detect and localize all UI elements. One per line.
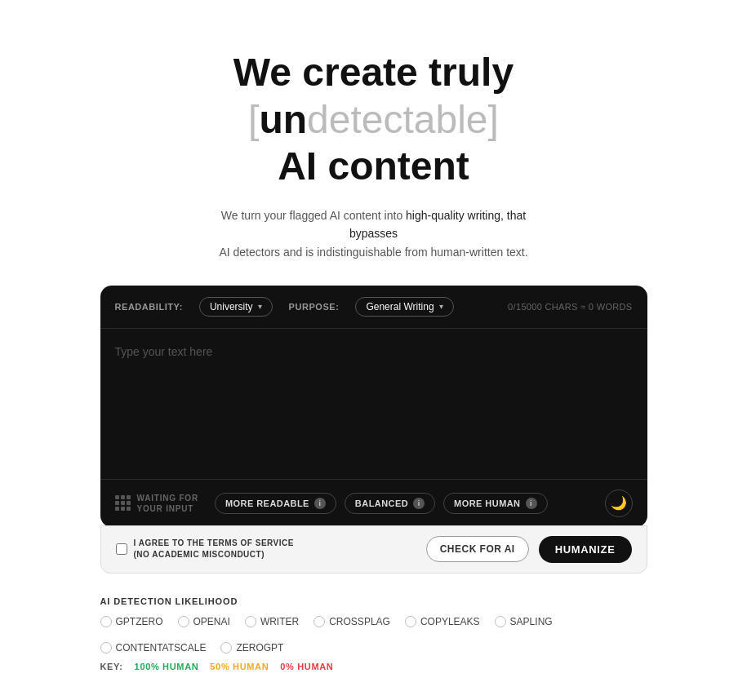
mode-balanced-button[interactable]: BALANCED i: [345, 493, 435, 514]
detector-circle-writer: [245, 616, 256, 627]
bracket-close: ]: [488, 98, 499, 141]
terms-check: I AGREE TO THE TERMS OF SERVICE (NO ACAD…: [116, 538, 416, 560]
detector-name-gptzero: GPTZERO: [116, 616, 163, 627]
grid-icon: [115, 495, 131, 511]
detector-name-copyleaks: COPYLEAKS: [420, 616, 480, 627]
hero-line3: AI content: [233, 143, 514, 190]
detector-name-contentatscale: CONTENTATSCALE: [116, 642, 207, 653]
detector-contentatscale: CONTENTATSCALE: [100, 642, 207, 653]
detector-copyleaks: COPYLEAKS: [405, 616, 480, 627]
detector-name-writer: WRITER: [260, 616, 299, 627]
info-icon-balanced: i: [413, 498, 425, 509]
readability-dropdown[interactable]: University: [199, 297, 273, 317]
mode-readable-button[interactable]: MORE READABLE i: [215, 493, 336, 514]
detector-name-sapling: SAPLING: [510, 616, 553, 627]
key-50-human: 50% HUMAN: [210, 662, 269, 671]
detector-circle-sapling: [495, 616, 506, 627]
detector-crossplag: CROSSPLAG: [313, 616, 390, 627]
hero-subtitle: We turn your flagged AI content into hig…: [211, 206, 537, 261]
detector-circle-zerogpt: [220, 642, 232, 653]
detector-circle-gptzero: [100, 616, 112, 627]
purpose-label: PURPOSE:: [289, 302, 340, 312]
mode-human-label: MORE HUMAN: [454, 498, 520, 508]
text-input[interactable]: [100, 329, 647, 476]
detector-openai: OPENAI: [178, 616, 230, 627]
hero-heading: We create truly [undetectable] AI conten…: [233, 49, 514, 190]
detector-circle-contentatscale: [100, 642, 112, 653]
humanize-label: HUMANIZE: [555, 543, 616, 556]
mode-readable-label: MORE READABLE: [225, 498, 309, 508]
hero-un: un: [259, 98, 307, 141]
subtitle-part2: AI detectors and is indistinguishable fr…: [219, 246, 527, 259]
detector-circle-copyleaks: [405, 616, 416, 627]
moon-icon: 🌙: [611, 495, 627, 511]
key-label: KEY:: [100, 662, 123, 671]
detector-circle-crossplag: [313, 616, 325, 627]
check-for-ai-button[interactable]: CHECK FOR AI: [426, 536, 529, 562]
mode-human-button[interactable]: MORE HUMAN i: [443, 493, 547, 514]
action-bar: I AGREE TO THE TERMS OF SERVICE (NO ACAD…: [100, 525, 647, 574]
dark-mode-button[interactable]: 🌙: [605, 490, 633, 517]
detector-zerogpt: ZEROGPT: [220, 642, 283, 653]
key-row: KEY: 100% HUMAN 50% HUMAN 0% HUMAN: [100, 662, 647, 671]
humanize-button[interactable]: HUMANIZE: [539, 536, 632, 563]
editor-card: READABILITY: University PURPOSE: General…: [100, 286, 647, 527]
hero-line2: [undetectable]: [233, 96, 514, 144]
editor-bottom-bar: WAITING FOR YOUR INPUT MORE READABLE i B…: [100, 479, 647, 527]
ai-detection-section: AI DETECTION LIKELIHOOD GPTZERO OPENAI W…: [100, 596, 647, 671]
detector-name-crossplag: CROSSPLAG: [329, 616, 390, 627]
terms-text: I AGREE TO THE TERMS OF SERVICE (NO ACAD…: [134, 538, 294, 560]
char-count: 0/15000 CHARS ≈ 0 WORDS: [508, 302, 632, 312]
terms-checkbox[interactable]: [116, 543, 127, 555]
detector-writer: WRITER: [245, 616, 299, 627]
detectors-row: GPTZERO OPENAI WRITER CROSSPLAG COPYLEAK…: [100, 616, 647, 653]
waiting-text: WAITING FOR YOUR INPUT: [137, 493, 198, 514]
readability-value: University: [210, 301, 253, 312]
info-icon-human: i: [526, 498, 537, 509]
key-0-human: 0% HUMAN: [280, 662, 333, 671]
info-icon-readable: i: [314, 498, 326, 509]
key-100-human: 100% HUMAN: [135, 662, 199, 671]
check-ai-label: CHECK FOR AI: [440, 543, 515, 555]
detector-circle-openai: [178, 616, 189, 627]
bracket-open: [: [248, 98, 259, 141]
page-wrapper: We create truly [undetectable] AI conten…: [0, 0, 747, 700]
readability-label: READABILITY:: [115, 302, 183, 312]
subtitle-part1: We turn your flagged AI content into: [221, 209, 406, 222]
detector-gptzero: GPTZERO: [100, 616, 163, 627]
purpose-value: General Writing: [366, 301, 434, 312]
purpose-dropdown[interactable]: General Writing: [355, 297, 453, 317]
hero-detectable: detectable: [307, 98, 488, 141]
detector-name-openai: OPENAI: [193, 616, 230, 627]
mode-balanced-label: BALANCED: [355, 498, 408, 508]
terms-line2: (NO ACADEMIC MISCONDUCT): [134, 549, 294, 560]
waiting-indicator: WAITING FOR YOUR INPUT: [115, 493, 198, 514]
ai-detection-label: AI DETECTION LIKELIHOOD: [100, 596, 647, 606]
editor-top-bar: READABILITY: University PURPOSE: General…: [100, 286, 647, 329]
detector-name-zerogpt: ZEROGPT: [236, 642, 283, 653]
waiting-line1: WAITING FOR: [137, 493, 198, 503]
waiting-line2: YOUR INPUT: [137, 503, 198, 514]
terms-line1: I AGREE TO THE TERMS OF SERVICE: [134, 538, 294, 549]
hero-line1: We create truly: [233, 49, 514, 96]
detector-sapling: SAPLING: [495, 616, 553, 627]
